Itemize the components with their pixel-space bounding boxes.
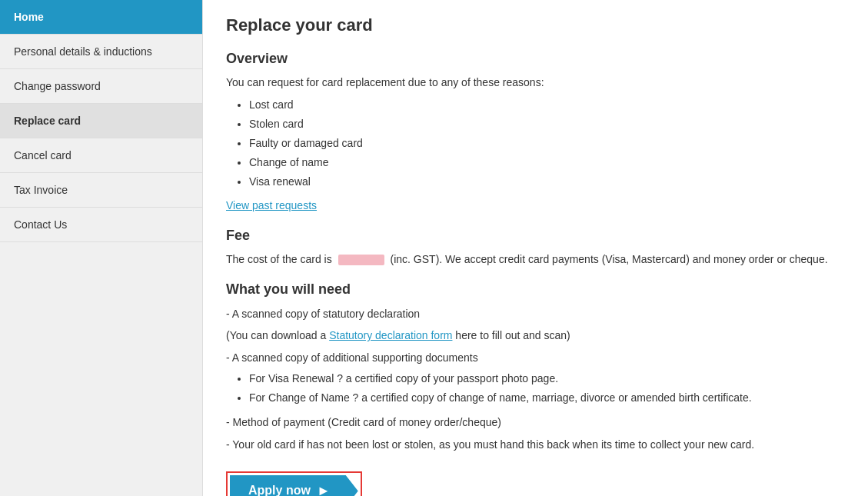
sidebar-item-contact-us[interactable]: Contact Us <box>0 208 202 242</box>
sidebar-item-home[interactable]: Home <box>0 0 202 35</box>
main-content: Replace your card Overview You can reque… <box>203 0 868 496</box>
overview-section: Overview You can request for card replac… <box>226 51 845 214</box>
item3: - Method of payment (Credit card of mone… <box>226 414 845 431</box>
sidebar-item-change-password[interactable]: Change password <box>0 69 202 104</box>
item1-sub: (You can download a Statutory declaratio… <box>226 327 845 344</box>
apply-now-label: Apply now <box>248 484 311 496</box>
reason-item: Stolen card <box>249 116 845 132</box>
item2: - A scanned copy of additional supportin… <box>226 349 845 366</box>
page-title: Replace your card <box>226 15 845 35</box>
item1-sub2: here to fill out and scan) <box>452 329 570 341</box>
what-you-need-section: What you will need - A scanned copy of s… <box>226 281 845 453</box>
fee-redacted <box>338 255 384 265</box>
sidebar-item-cancel-card[interactable]: Cancel card <box>0 138 202 173</box>
apply-now-button[interactable]: Apply now ► <box>230 475 358 496</box>
sidebar-item-tax-invoice[interactable]: Tax Invoice <box>0 173 202 208</box>
fee-section: Fee The cost of the card is (inc. GST). … <box>226 228 845 268</box>
item1-sub-text: (You can download a <box>226 329 329 341</box>
overview-title: Overview <box>226 51 845 67</box>
fee-text: The cost of the card is (inc. GST). We a… <box>226 251 845 268</box>
overview-intro: You can request for card replacement due… <box>226 75 845 91</box>
reason-item: Change of name <box>249 155 845 171</box>
sub-item: For Change of Name ? a certified copy of… <box>249 390 845 406</box>
view-past-requests-link[interactable]: View past requests <box>226 199 317 211</box>
fee-title: Fee <box>226 228 845 244</box>
sidebar: HomePersonal details & inductionsChange … <box>0 0 203 496</box>
apply-now-container: Apply now ► <box>226 471 362 496</box>
sub-item: For Visa Renewal ? a certified copy of y… <box>249 371 845 387</box>
reason-item: Faulty or damaged card <box>249 135 845 151</box>
what-you-need-title: What you will need <box>226 281 845 298</box>
apply-now-wrapper: Apply now ► <box>226 471 845 496</box>
sidebar-item-replace-card[interactable]: Replace card <box>0 104 202 138</box>
fee-text-before: The cost of the card is <box>226 253 332 265</box>
reasons-list: Lost cardStolen cardFaulty or damaged ca… <box>249 97 845 190</box>
statutory-form-link[interactable]: Statutory declaration form <box>329 329 452 341</box>
reason-item: Visa renewal <box>249 174 845 190</box>
item1: - A scanned copy of statutory declaratio… <box>226 305 845 322</box>
apply-now-arrow-icon: ► <box>317 483 331 496</box>
reason-item: Lost card <box>249 97 845 113</box>
sub-items-list: For Visa Renewal ? a certified copy of y… <box>249 371 845 406</box>
item4: - Your old card if has not been lost or … <box>226 436 845 453</box>
fee-text-after: (inc. GST). We accept credit card paymen… <box>391 253 828 265</box>
sidebar-item-personal-details[interactable]: Personal details & inductions <box>0 35 202 69</box>
